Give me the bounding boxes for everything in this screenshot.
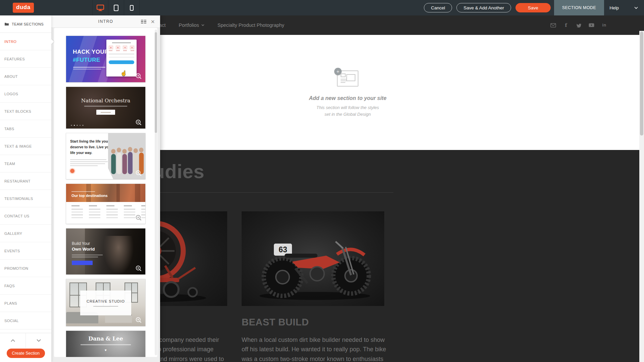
thumb-button — [72, 261, 93, 265]
sidebar-item-logos[interactable]: LOGOS — [0, 85, 51, 103]
sidebar-header-label: TEAM SECTIONS — [12, 22, 44, 26]
facebook-icon[interactable]: f — [563, 22, 569, 28]
email-icon[interactable] — [550, 22, 556, 28]
template-thumb-creative-studio[interactable]: CREATIVE STUDIO — [66, 279, 145, 326]
thumb-title: Start living the life you deserve to liv… — [70, 139, 112, 155]
template-thumb-national-orchestra[interactable]: National Orchestra — [66, 87, 145, 128]
thumb-title-bold: Own World — [72, 247, 95, 252]
chevron-down-icon — [634, 7, 638, 9]
thumb-title-card: CREATIVE STUDIO — [80, 291, 131, 315]
sections-sidebar: TEAM SECTIONS INTRO FEATURES ABOUT LOGOS… — [0, 15, 51, 362]
desktop-icon — [96, 4, 104, 11]
thumb-title: CREATIVE STUDIO — [87, 299, 125, 303]
zoom-preview-icon[interactable] — [135, 317, 142, 324]
add-section-title: Add a new section to your site — [309, 95, 386, 101]
carousel-dots — [71, 125, 84, 126]
thumb-link-table — [66, 202, 145, 224]
layout-toggle-icon[interactable] — [141, 20, 146, 24]
template-thumb-dana-and-lee[interactable]: Dana & Lee ♥ — [66, 331, 145, 357]
scroll-up-button[interactable] — [0, 333, 26, 348]
help-label: Help — [609, 5, 619, 10]
twitter-icon[interactable] — [576, 22, 582, 28]
case-study-title: BEAST BUILD — [242, 317, 389, 328]
youtube-icon[interactable] — [589, 22, 594, 28]
top-toolbar: duda Cancel Save & Add Another Save SECT… — [0, 0, 644, 15]
sidebar-item-faqs[interactable]: FAQS — [0, 277, 51, 295]
sidebar-item-about[interactable]: ABOUT — [0, 68, 51, 85]
section-mode-badge: SECTION MODE — [554, 0, 604, 15]
close-panel-icon[interactable]: ✕ — [151, 19, 155, 24]
dirt-bike-photo: 63 — [242, 211, 384, 306]
panel-title: INTRO — [98, 19, 113, 24]
preview-scrollbar-thumb[interactable] — [640, 32, 643, 136]
create-section-button[interactable]: Create Section — [7, 349, 45, 358]
linkedin-icon[interactable]: in — [601, 22, 607, 28]
add-section-subtitle: This section will follow the styles set … — [316, 104, 379, 118]
svg-text:63: 63 — [279, 245, 287, 254]
thumb-title: Build Your — [72, 241, 90, 246]
sidebar-item-testimonials[interactable]: TESTIMONIALS — [0, 190, 51, 207]
nav-item-portfolios[interactable]: Portfolios — [179, 22, 204, 28]
sidebar-item-text-image[interactable]: TEXT & IMAGE — [0, 138, 51, 155]
duda-logo[interactable]: duda — [13, 3, 34, 13]
thumb-photo: Our top destinations — [66, 184, 145, 202]
zoom-preview-icon[interactable] — [135, 119, 142, 126]
sidebar-item-plans[interactable]: PLANS — [0, 295, 51, 312]
site-social-icons: f in — [550, 22, 644, 28]
cancel-button[interactable]: Cancel — [424, 3, 452, 12]
template-thumb-start-living[interactable]: Start living the life you deserve to liv… — [66, 133, 145, 179]
sidebar-header: TEAM SECTIONS — [0, 15, 51, 33]
zoom-preview-icon[interactable] — [135, 265, 142, 272]
thumb-title: HACK YOUR — [73, 49, 109, 55]
sidebar-item-gallery[interactable]: GALLERY — [0, 225, 51, 242]
sidebar-item-features[interactable]: FEATURES — [0, 50, 51, 68]
sidebar-item-events[interactable]: EVENTS — [0, 242, 51, 260]
heart-icon: ♥ — [66, 348, 145, 352]
case-study-card-bike: 63 BEAST BUILD When a local custom dirt … — [242, 211, 389, 362]
nav-item-specialty[interactable]: Specialty Product Photography — [217, 22, 284, 28]
desktop-preview-button[interactable] — [92, 0, 108, 15]
zoom-preview-icon[interactable] — [135, 170, 142, 177]
scroll-down-button[interactable] — [26, 333, 51, 348]
folder-icon — [4, 22, 9, 26]
tablet-preview-button[interactable] — [108, 0, 124, 15]
save-add-another-button[interactable]: Save & Add Another — [456, 3, 511, 12]
case-study-body: When a local custom dirt bike builder ne… — [242, 335, 389, 362]
add-section-placeholder: + Add a new section to your site This se… — [309, 70, 386, 118]
sidebar-item-social[interactable]: SOCIAL — [0, 312, 51, 329]
thumb-title: Dana & Lee — [66, 335, 145, 342]
chevron-down-icon — [37, 339, 41, 342]
mobile-preview-button[interactable] — [124, 0, 140, 15]
toolbar-actions: Cancel Save & Add Another Save SECTION M… — [424, 0, 644, 15]
template-thumb-own-world[interactable]: Build Your Own World — [66, 228, 145, 274]
zoom-preview-icon[interactable] — [135, 73, 142, 80]
panel-scrollbar[interactable] — [155, 30, 157, 355]
thumb-accent-dot — [70, 169, 75, 173]
chevron-up-icon — [11, 339, 15, 342]
sidebar-item-restaurant[interactable]: RESTAURANT — [0, 172, 51, 190]
panel-header-icons: ✕ — [141, 15, 155, 28]
device-preview-switcher — [92, 0, 140, 15]
template-list: HACK YOUR #FUTURE 0045 ☝ National Orches… — [54, 28, 157, 357]
tablet-icon — [114, 5, 118, 11]
preview-scrollbar[interactable] — [639, 31, 644, 362]
sidebar-item-contact-us[interactable]: CONTACT US — [0, 207, 51, 225]
thumb-caption-lines — [72, 255, 103, 258]
help-menu[interactable]: Help — [604, 5, 644, 10]
zoom-preview-icon[interactable] — [135, 214, 142, 221]
sidebar-footer: Create Section — [0, 333, 51, 362]
thumb-title: National Orchestra — [66, 98, 145, 104]
sidebar-item-text-blocks[interactable]: TEXT BLOCKS — [0, 103, 51, 120]
sidebar-item-team[interactable]: TEAM — [0, 155, 51, 172]
save-button[interactable]: Save — [515, 3, 551, 12]
section-wireframe-icon: + — [337, 70, 358, 87]
sidebar-item-tabs[interactable]: TABS — [0, 120, 51, 138]
thumb-title-accent: #FUTURE — [73, 57, 100, 63]
sidebar-item-promotion[interactable]: PROMOTION — [0, 260, 51, 277]
template-thumb-hack-your-future[interactable]: HACK YOUR #FUTURE 0045 ☝ — [66, 36, 145, 82]
hand-cursor-icon: ☝ — [120, 70, 127, 76]
template-thumb-top-destinations[interactable]: Our top destinations — [66, 184, 145, 224]
sidebar-item-intro[interactable]: INTRO — [0, 33, 51, 50]
thumb-button — [96, 110, 115, 115]
panel-scrollbar-thumb[interactable] — [155, 32, 157, 133]
